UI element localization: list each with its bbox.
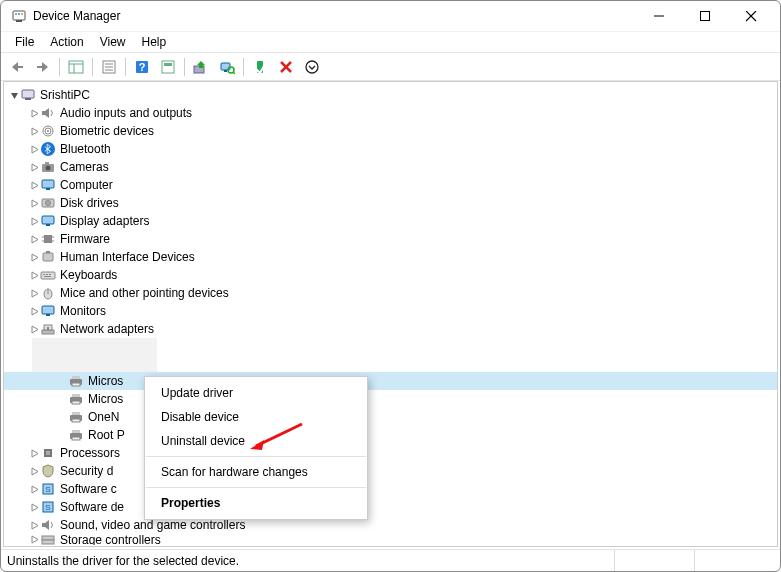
- toolbar-separator: [59, 58, 60, 76]
- svg-rect-76: [72, 437, 80, 440]
- show-hide-console-button[interactable]: [64, 56, 88, 78]
- menu-help[interactable]: Help: [134, 33, 175, 51]
- caret-right-icon[interactable]: [28, 109, 40, 118]
- tree-category[interactable]: Biometric devices: [4, 122, 777, 140]
- tree-item-label: Human Interface Devices: [60, 250, 195, 264]
- caret-right-icon[interactable]: [28, 163, 40, 172]
- caret-right-icon[interactable]: [28, 307, 40, 316]
- monitor-icon: [40, 303, 56, 319]
- back-button[interactable]: [5, 56, 29, 78]
- caret-right-icon[interactable]: [28, 449, 40, 458]
- tree-category[interactable]: Mice and other pointing devices: [4, 284, 777, 302]
- tree-device[interactable]: Micros: [4, 390, 777, 408]
- tree-category[interactable]: SSoftware c: [4, 480, 777, 498]
- svg-rect-60: [42, 306, 54, 314]
- forward-button[interactable]: [31, 56, 55, 78]
- help-button[interactable]: ?: [130, 56, 154, 78]
- caret-right-icon[interactable]: [28, 467, 40, 476]
- tree-item-label: Software de: [60, 500, 124, 514]
- svg-point-3: [18, 13, 20, 15]
- svg-rect-0: [13, 11, 25, 20]
- storage-icon: [40, 534, 56, 545]
- svg-rect-84: [42, 540, 54, 544]
- minimize-button[interactable]: [636, 1, 682, 31]
- caret-right-icon[interactable]: [28, 521, 40, 530]
- tree-category[interactable]: Sound, video and game controllers: [4, 516, 777, 534]
- menu-view[interactable]: View: [92, 33, 134, 51]
- tree-category[interactable]: Network adapters: [4, 320, 777, 338]
- svg-rect-64: [47, 327, 49, 330]
- caret-right-icon[interactable]: [28, 535, 40, 544]
- caret-right-icon[interactable]: [28, 127, 40, 136]
- tree-device[interactable]: OneN: [4, 408, 777, 426]
- tree-device[interactable]: Micros: [4, 372, 777, 390]
- printer-icon: [68, 427, 84, 443]
- caret-right-icon[interactable]: [28, 199, 40, 208]
- caret-right-icon[interactable]: [28, 485, 40, 494]
- properties-button[interactable]: [97, 56, 121, 78]
- tree-category[interactable]: Firmware: [4, 230, 777, 248]
- context-menu-item[interactable]: Scan for hardware changes: [145, 460, 367, 484]
- uninstall-device-button[interactable]: [274, 56, 298, 78]
- tree-category[interactable]: Cameras: [4, 158, 777, 176]
- caret-right-icon[interactable]: [28, 503, 40, 512]
- maximize-button[interactable]: [682, 1, 728, 31]
- statusbar: Uninstalls the driver for the selected d…: [1, 549, 780, 571]
- menu-action[interactable]: Action: [42, 33, 91, 51]
- tree-category[interactable]: Bluetooth: [4, 140, 777, 158]
- tree-device[interactable]: Root P: [4, 426, 777, 444]
- context-menu-item[interactable]: Update driver: [145, 381, 367, 405]
- tree-item-label: Software c: [60, 482, 117, 496]
- context-menu-item[interactable]: Uninstall device: [145, 429, 367, 453]
- svg-rect-20: [162, 61, 174, 73]
- caret-right-icon[interactable]: [28, 271, 40, 280]
- caret-right-icon[interactable]: [28, 289, 40, 298]
- printer-icon: [68, 373, 84, 389]
- tree-category[interactable]: Display adapters: [4, 212, 777, 230]
- tree-root[interactable]: SrishtiPC: [4, 86, 777, 104]
- tree-category[interactable]: Security d: [4, 462, 777, 480]
- tree-category[interactable]: Audio inputs and outputs: [4, 104, 777, 122]
- caret-right-icon[interactable]: [28, 325, 40, 334]
- svg-rect-32: [25, 98, 31, 100]
- svg-rect-21: [164, 63, 172, 66]
- menu-file[interactable]: File: [7, 33, 42, 51]
- enable-device-button[interactable]: [248, 56, 272, 78]
- caret-right-icon[interactable]: [28, 145, 40, 154]
- chip-icon: [40, 231, 56, 247]
- camera-icon: [40, 159, 56, 175]
- scan-hardware-button[interactable]: [215, 56, 239, 78]
- app-icon: [11, 8, 27, 24]
- tree-category[interactable]: Disk drives: [4, 194, 777, 212]
- tree-category[interactable]: Monitors: [4, 302, 777, 320]
- caret-down-icon[interactable]: [8, 91, 20, 100]
- svg-rect-72: [72, 412, 80, 415]
- tree-category[interactable]: Computer: [4, 176, 777, 194]
- tree-item-label: Processors: [60, 446, 120, 460]
- caret-right-icon[interactable]: [28, 181, 40, 190]
- tree-category[interactable]: SSoftware de: [4, 498, 777, 516]
- tree-category[interactable]: Keyboards: [4, 266, 777, 284]
- software-icon: S: [40, 481, 56, 497]
- caret-right-icon[interactable]: [28, 217, 40, 226]
- disk-icon: [40, 195, 56, 211]
- context-menu-item[interactable]: Disable device: [145, 405, 367, 429]
- tree-category[interactable]: Human Interface Devices: [4, 248, 777, 266]
- action-button[interactable]: [156, 56, 180, 78]
- disable-device-button[interactable]: [300, 56, 324, 78]
- context-menu-separator: [146, 456, 366, 457]
- caret-right-icon[interactable]: [28, 253, 40, 262]
- device-tree[interactable]: SrishtiPC Audio inputs and outputsBiomet…: [3, 81, 778, 547]
- caret-right-icon[interactable]: [28, 235, 40, 244]
- bluetooth-icon: [40, 141, 56, 157]
- close-button[interactable]: [728, 1, 774, 31]
- monitor-icon: [40, 213, 56, 229]
- update-driver-button[interactable]: [189, 56, 213, 78]
- tree-item-label: Network adapters: [60, 322, 154, 336]
- tree-item-label: Micros: [88, 374, 123, 388]
- shield-icon: [40, 463, 56, 479]
- tree-category[interactable]: Storage controllers: [4, 534, 777, 545]
- context-menu-item[interactable]: Properties: [145, 491, 367, 515]
- context-menu-separator: [146, 487, 366, 488]
- tree-category[interactable]: Processors: [4, 444, 777, 462]
